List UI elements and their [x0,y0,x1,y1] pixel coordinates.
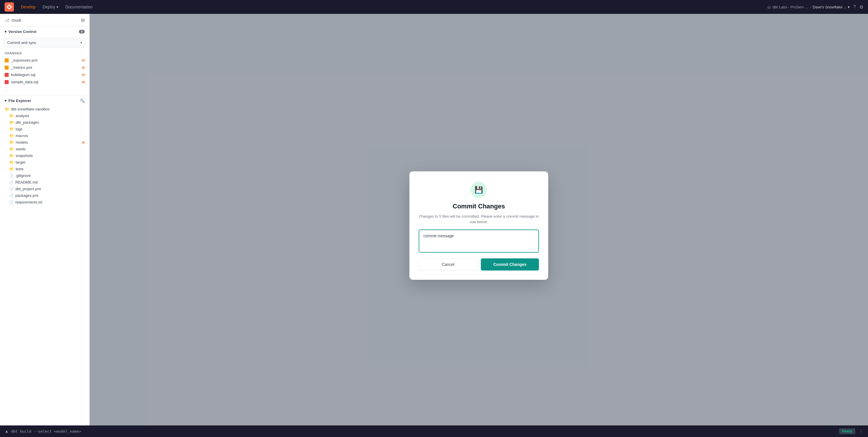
folder-icon: 📁 [5,107,9,111]
settings-icon[interactable]: ⚙ [859,4,863,10]
list-item[interactable]: _exposures.yml M [0,57,89,64]
app-layout: ⎇ muck ⊞ ▾ Version Control 5 Commit and … [0,0,868,437]
folder-icon: 📁 [9,147,14,151]
nav-right: 🗂 dbt Labs - ProServ ... / Dave's Snowfl… [767,4,863,10]
file-name: dbt_project.yml [15,187,41,191]
folder-icon: 📁 [9,140,14,145]
file-modified-badge: M [82,73,85,76]
sidebar-header: ⎇ muck ⊞ [0,14,89,27]
file-name: requirements.txt [15,200,42,204]
chevron-down-icon: ▾ [5,29,7,34]
sidebar-item-target[interactable]: 📁 target [0,159,89,166]
file-modified-badge: M [82,59,85,62]
sidebar-item-analysis[interactable]: 📁 analysis [0,113,89,119]
folder-name: dbt-snowflake-sandbox [11,107,50,111]
develop-nav-link[interactable]: Develop [21,5,36,9]
sidebar-item-packages[interactable]: 📄 packages.yml [0,192,89,199]
sidebar-item-dbt-packages[interactable]: 📁 dbt_packages [0,119,89,126]
breadcrumb-project[interactable]: Dave's Snowflake ... ▾ [813,5,850,9]
file-icon: 📄 [9,194,13,198]
bottom-bar: ▲ dbt build --select <model_name> Ready … [0,426,868,437]
sidebar: ⎇ muck ⊞ ▾ Version Control 5 Commit and … [0,14,90,437]
layout-icon[interactable]: ⊞ [81,17,85,23]
bottom-command: ▲ dbt build --select <model_name> [5,429,839,434]
file-icon: 📄 [9,180,13,184]
list-item[interactable]: _metrics.yml M [0,64,89,71]
folder-icon: 📁 [9,133,14,138]
list-item[interactable]: sample_data.sql M [0,78,89,86]
list-item[interactable]: ... [0,86,89,93]
commit-changes-button[interactable]: Commit Changes [481,258,539,271]
sidebar-item-gitignore[interactable]: 📄 .gitignore [0,172,89,179]
modal-buttons: Cancel Commit Changes [419,258,539,271]
file-icon: 📄 [9,200,13,204]
file-name: .gitignore [15,174,31,178]
sidebar-item-dbt-snowflake-sandbox[interactable]: 📁 dbt-snowflake-sandbox [0,106,89,113]
changes-title: Changes [0,50,89,57]
modal-title: Commit Changes [453,202,505,210]
commit-sync-label: Commit and sync [7,40,36,45]
file-name: ... [5,87,8,91]
modified-indicator: M [82,141,85,144]
list-item[interactable]: bubblegum.sql M [0,71,89,78]
sidebar-item-seeds[interactable]: 📁 seeds [0,146,89,152]
version-control-title: ▾ Version Control [5,29,36,34]
folder-name: analysis [16,114,29,118]
file-name: _metrics.yml [11,65,32,70]
sidebar-item-dbt-project[interactable]: 📄 dbt_project.yml [0,186,89,192]
chevron-down-icon: ▾ [81,41,82,45]
breadcrumb-separator: / [810,5,811,9]
version-control-label: Version Control [8,29,36,34]
help-icon[interactable]: ? [853,4,856,9]
folder-name: snapshots [16,153,33,158]
folder-icon: 📁 [9,114,14,118]
nav-left: Develop Deploy ▾ Documentation [5,2,93,11]
sql-file-icon [5,73,9,77]
menu-icon[interactable]: ⋮ [859,429,863,434]
sidebar-item-macros[interactable]: 📁 macros [0,132,89,139]
breadcrumb: 🗂 dbt Labs - ProServ ... / Dave's Snowfl… [767,5,850,9]
modal-overlay: 💾 Commit Changes Changes to 5 files will… [90,14,868,437]
file-modified-badge: M [82,80,85,84]
version-control-header[interactable]: ▾ Version Control 5 [0,27,89,37]
folder-name: seeds [16,147,26,151]
folder-name: macros [16,133,28,138]
file-explorer-header[interactable]: ▾ File Explorer 🔍 [0,95,89,106]
sidebar-item-logs[interactable]: 📁 logs [0,126,89,132]
folder-name: models [16,140,28,145]
file-name: packages.yml [15,193,38,198]
folder-icon: 📁 [9,167,14,171]
file-icon: 📄 [9,174,13,178]
save-icon: 💾 [474,186,483,194]
search-icon[interactable]: 🔍 [80,98,85,103]
status-badge: Ready [839,428,855,434]
sidebar-item-tests[interactable]: 📁 tests [0,166,89,172]
file-tree: 📁 dbt-snowflake-sandbox 📁 analysis 📁 dbt… [0,106,89,206]
modal-icon-wrapper: 💾 [471,182,487,198]
folder-name: target [16,160,25,164]
commit-message-input[interactable]: commit message [419,229,539,253]
sidebar-item-requirements[interactable]: 📄 requirements.txt [0,199,89,206]
sidebar-item-models[interactable]: 📁 models M [0,139,89,146]
file-name: bubblegum.sql [11,72,36,77]
modal-description: Changes to 5 files will be committed. Pl… [419,214,539,225]
git-branch-icon: ⎇ [5,18,9,23]
dbt-logo-icon [5,2,14,11]
bottom-command-text: dbt build --select <model_name> [11,429,81,434]
file-icon: 📄 [9,187,13,191]
deploy-nav-link[interactable]: Deploy ▾ [42,5,58,9]
folder-name: dbt_packages [16,120,39,125]
file-explorer-title: ▾ File Explorer [5,99,31,103]
sidebar-item-snapshots[interactable]: 📁 snapshots [0,152,89,159]
yaml-file-icon [5,58,9,62]
documentation-nav-link[interactable]: Documentation [65,5,93,9]
folder-name: logs [16,127,23,131]
user-name: muck [11,18,21,23]
chevron-down-icon: ▾ [5,99,7,103]
dbt-logo [5,2,14,11]
sidebar-item-readme[interactable]: 📄 README.md [0,179,89,186]
yaml-file-icon [5,66,9,70]
cancel-button[interactable]: Cancel [419,258,477,271]
commit-changes-modal: 💾 Commit Changes Changes to 5 files will… [409,171,548,280]
commit-sync-button[interactable]: Commit and sync ▾ [3,38,86,48]
